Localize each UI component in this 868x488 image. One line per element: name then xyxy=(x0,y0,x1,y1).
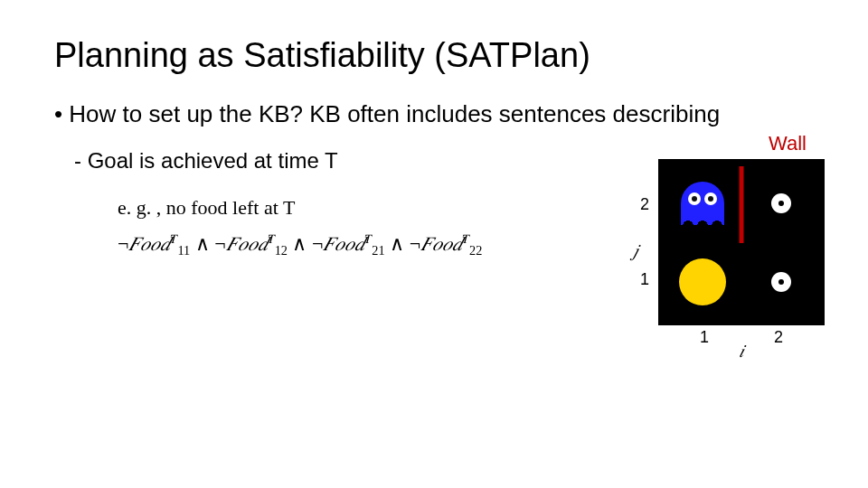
formula-term-21: ¬𝐹𝑜𝑜𝑑𝑇21 xyxy=(312,232,390,255)
axis-label-j: 𝑗 xyxy=(633,240,638,261)
tick-i-2: 2 xyxy=(774,328,783,347)
formula-term-11: ¬𝐹𝑜𝑜𝑑𝑇11 xyxy=(118,232,195,255)
cell-2-1 xyxy=(744,245,817,318)
tick-i-1: 1 xyxy=(700,328,709,347)
gridworld-figure: 2 1 1 2 𝑗 𝑖 xyxy=(658,159,832,325)
cell-1-1 xyxy=(665,245,739,318)
example-intro: e. g. , no food left at T xyxy=(118,196,295,219)
cell-2-2 xyxy=(744,166,817,239)
food-pellet-icon xyxy=(771,193,791,213)
pacman-icon xyxy=(679,258,726,305)
wall-icon xyxy=(740,166,744,243)
grid-frame: 2 1 1 2 𝑗 𝑖 xyxy=(658,159,825,325)
food-pellet-icon xyxy=(771,272,791,292)
tick-j-1: 1 xyxy=(640,270,649,289)
ghost-icon xyxy=(681,182,724,225)
axis-label-i: 𝑖 xyxy=(739,341,744,361)
wall-label: Wall xyxy=(769,132,807,155)
slide-title: Planning as Satisfiability (SATPlan) xyxy=(54,36,814,75)
cell-1-2 xyxy=(665,166,739,239)
formula-term-22: ¬𝐹𝑜𝑜𝑑𝑇22 xyxy=(410,232,483,255)
tick-j-2: 2 xyxy=(640,195,649,214)
bullet-main: How to set up the KB? KB often includes … xyxy=(54,100,814,128)
formula-term-12: ¬𝐹𝑜𝑜𝑑𝑇12 xyxy=(214,232,292,255)
slide: Planning as Satisfiability (SATPlan) How… xyxy=(0,0,868,488)
